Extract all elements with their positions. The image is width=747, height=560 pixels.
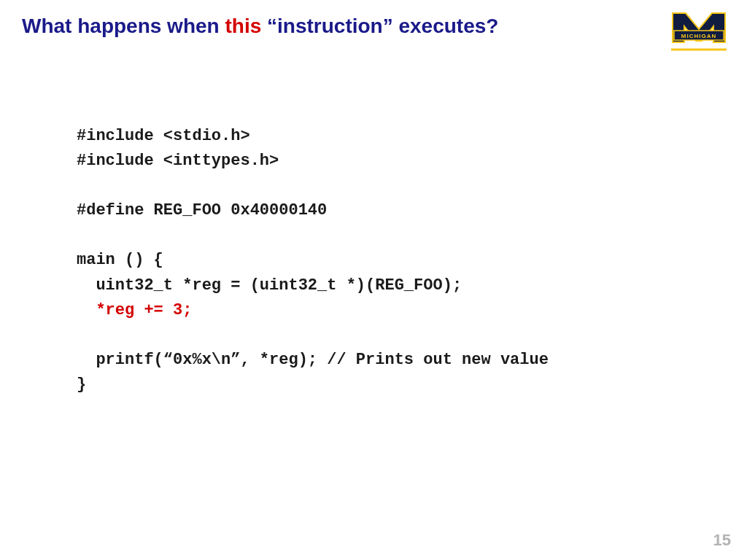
- code-block: #include <stdio.h> #include <inttypes.h>…: [77, 124, 549, 397]
- code-line-8-highlight: *reg += 3;: [96, 301, 192, 319]
- code-line-11: }: [77, 376, 86, 394]
- code-line-8-indent: [77, 301, 96, 319]
- code-line-4: #define REG_FOO 0x40000140: [77, 201, 327, 219]
- page-number: 15: [713, 531, 731, 550]
- title-part1: What happens when: [22, 15, 225, 37]
- svg-text:MICHIGAN: MICHIGAN: [681, 33, 716, 39]
- code-line-7: uint32_t *reg = (uint32_t *)(REG_FOO);: [77, 276, 462, 295]
- code-line-6: main () {: [77, 251, 163, 269]
- michigan-logo-icon: MICHIGAN: [667, 9, 731, 52]
- code-line-1: #include <stdio.h>: [77, 127, 250, 145]
- title-part2: “instruction” executes?: [261, 15, 498, 37]
- code-line-10: printf(“0x%x\n”, *reg); // Prints out ne…: [77, 351, 549, 369]
- code-line-2: #include <inttypes.h>: [77, 152, 279, 170]
- slide-title: What happens when this “instruction” exe…: [22, 15, 498, 38]
- slide: What happens when this “instruction” exe…: [0, 0, 747, 560]
- title-highlight: this: [225, 15, 261, 37]
